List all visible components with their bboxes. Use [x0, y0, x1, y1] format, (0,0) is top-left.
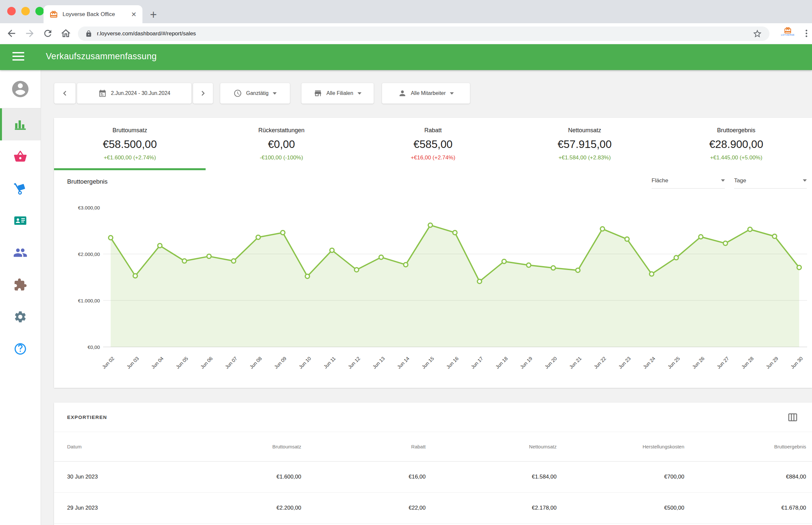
svg-text:Jun 18: Jun 18: [494, 356, 509, 370]
sidebar-item-inventory[interactable]: [0, 172, 41, 205]
sidebar-item-help[interactable]: [0, 333, 41, 365]
sidebar-item-settings[interactable]: [0, 301, 41, 333]
reload-icon[interactable]: [43, 28, 53, 39]
sidebar-item-employees[interactable]: [0, 237, 41, 269]
metric-label: Rabatt: [357, 127, 509, 134]
svg-text:Jun 03: Jun 03: [126, 356, 140, 370]
svg-text:Jun 07: Jun 07: [224, 356, 238, 370]
cell-nettoumsatz: €2.178,00: [426, 505, 557, 511]
col-header-herstellungskosten[interactable]: Herstellungskosten: [557, 444, 684, 449]
metrics-tabs: Bruttoumsatz €58.500,00 +€1.600,00 (+2.7…: [54, 118, 812, 170]
col-header-nettoumsatz[interactable]: Nettoumsatz: [426, 444, 557, 449]
sidebar-item-customers[interactable]: [0, 205, 41, 237]
columns-icon[interactable]: [787, 412, 798, 423]
svg-text:Jun 05: Jun 05: [175, 356, 189, 370]
col-header-bruttoumsatz[interactable]: Bruttoumsatz: [182, 444, 301, 449]
svg-text:Jun 11: Jun 11: [323, 356, 337, 370]
lock-icon: [85, 30, 92, 37]
svg-text:Jun 22: Jun 22: [593, 356, 607, 370]
back-icon[interactable]: [6, 28, 17, 39]
address-bar[interactable]: r.loyverse.com/dashboard/#/report/sales: [78, 27, 769, 41]
browser-menu-icon[interactable]: [801, 29, 811, 38]
dropdown-caret-icon: [803, 179, 807, 182]
svg-text:Jun 28: Jun 28: [740, 356, 755, 370]
app-bar: Verkaufszusammenfassung: [0, 44, 812, 70]
svg-text:Jun 25: Jun 25: [667, 356, 681, 370]
chart-type-select[interactable]: Fläche: [652, 174, 725, 189]
sales-summary-card: Bruttoumsatz €58.500,00 +€1.600,00 (+2.7…: [54, 118, 812, 388]
store-filter-button[interactable]: Alle Filialen: [301, 83, 374, 104]
col-header-rabatt[interactable]: Rabatt: [301, 444, 426, 449]
svg-text:€0,00: €0,00: [87, 344, 100, 350]
forward-icon[interactable]: [24, 28, 35, 39]
tab-refunds[interactable]: Rückerstattungen €0,00 -€100,00 (-100%): [206, 118, 357, 170]
svg-text:Jun 02: Jun 02: [101, 356, 115, 370]
metric-value: €57.915,00: [509, 138, 660, 151]
sidebar-item-account[interactable]: [0, 70, 41, 108]
table-row[interactable]: 29 Jun 2023 €2.200,00 €22,00 €2.178,00 €…: [54, 493, 812, 524]
extension-label: LOYVERSE: [781, 34, 795, 36]
svg-text:Jun 26: Jun 26: [691, 356, 706, 370]
tab-gross-profit[interactable]: Bruttoergebnis €28.900,00 +€1.445,00 (+5…: [660, 118, 812, 170]
bookmark-star-icon[interactable]: [752, 29, 762, 39]
svg-text:Jun 19: Jun 19: [519, 356, 533, 370]
metric-label: Bruttoergebnis: [660, 127, 812, 134]
minimize-window-button[interactable]: [21, 7, 30, 15]
svg-text:Jun 13: Jun 13: [371, 356, 386, 370]
sidebar-item-reports[interactable]: [0, 108, 41, 140]
sidebar: [0, 70, 41, 525]
date-prev-button[interactable]: [54, 83, 76, 104]
dropdown-caret-icon: [357, 92, 361, 94]
tab-close-icon[interactable]: ✕: [131, 11, 136, 18]
tab-discounts[interactable]: Rabatt €585,00 +€16,00 (+2.74%): [357, 118, 509, 170]
cell-datum: 30 Jun 2023: [67, 474, 182, 480]
time-filter-button[interactable]: Ganztätig: [220, 83, 290, 104]
cell-rabatt: €22,00: [301, 505, 426, 511]
url-text[interactable]: r.loyverse.com/dashboard/#/report/sales: [97, 30, 752, 37]
svg-text:Jun 20: Jun 20: [544, 356, 558, 370]
metric-value: €0,00: [206, 138, 357, 151]
svg-text:Jun 08: Jun 08: [249, 356, 263, 370]
date-range-label: 2.Jun.2024 - 30.Jun.2024: [111, 90, 170, 96]
new-tab-button[interactable]: +: [150, 8, 157, 21]
sidebar-item-integrations[interactable]: [0, 269, 41, 301]
svg-text:Jun 10: Jun 10: [298, 356, 312, 370]
col-header-bruttoergebnis[interactable]: Bruttoergebnis: [684, 444, 806, 449]
table-header-row: Datum Bruttoumsatz Rabatt Nettoumsatz He…: [54, 432, 812, 462]
cell-nettoumsatz: €1.584,00: [426, 474, 557, 480]
employee-filter-button[interactable]: Alle Mitarbeiter: [382, 83, 470, 104]
metric-delta: +€1.445,00 (+5.00%): [660, 154, 812, 161]
cell-herstellungskosten: €700,00: [557, 474, 684, 480]
svg-text:Jun 04: Jun 04: [150, 356, 164, 370]
cell-rabatt: €16,00: [301, 474, 426, 480]
metric-delta: +€1.584,00 (+2.83%): [509, 154, 660, 161]
metric-delta: +€1.600,00 (+2.74%): [54, 154, 206, 161]
tab-net-sales[interactable]: Nettoumsatz €57.915,00 +€1.584,00 (+2.83…: [509, 118, 660, 170]
svg-text:Jun 29: Jun 29: [765, 356, 779, 370]
maximize-window-button[interactable]: [35, 7, 44, 15]
svg-text:Jun 27: Jun 27: [716, 356, 730, 370]
home-icon[interactable]: [60, 28, 71, 39]
loyverse-extension-icon[interactable]: LOYVERSE: [781, 27, 795, 36]
table-row[interactable]: 30 Jun 2023 €1.600,00 €16,00 €1.584,00 €…: [54, 462, 812, 493]
dropdown-caret-icon: [721, 179, 725, 182]
help-icon: [13, 342, 27, 356]
chart-title: Bruttoergebnis: [67, 178, 108, 185]
chart-type-value: Fläche: [652, 177, 668, 184]
date-range-button[interactable]: 2.Jun.2024 - 30.Jun.2024: [77, 83, 192, 104]
hamburger-menu-icon[interactable]: [12, 52, 24, 63]
bar-chart-icon: [13, 118, 27, 131]
close-window-button[interactable]: [7, 7, 16, 15]
sidebar-item-items[interactable]: [0, 140, 41, 172]
col-header-datum[interactable]: Datum: [67, 444, 182, 449]
dropdown-caret-icon: [450, 92, 454, 94]
chart-interval-select[interactable]: Tage: [734, 174, 807, 189]
date-next-button[interactable]: [193, 83, 213, 104]
browser-tab[interactable]: Loyverse Back Office ✕: [44, 5, 143, 23]
export-button[interactable]: EXPORTIEREN: [67, 414, 107, 420]
browser-titlebar: Loyverse Back Office ✕ +: [0, 0, 812, 23]
clock-icon: [234, 89, 242, 97]
metric-value: €58.500,00: [54, 138, 206, 151]
chart-interval-value: Tage: [734, 177, 746, 184]
tab-gross-sales[interactable]: Bruttoumsatz €58.500,00 +€1.600,00 (+2.7…: [54, 118, 206, 170]
